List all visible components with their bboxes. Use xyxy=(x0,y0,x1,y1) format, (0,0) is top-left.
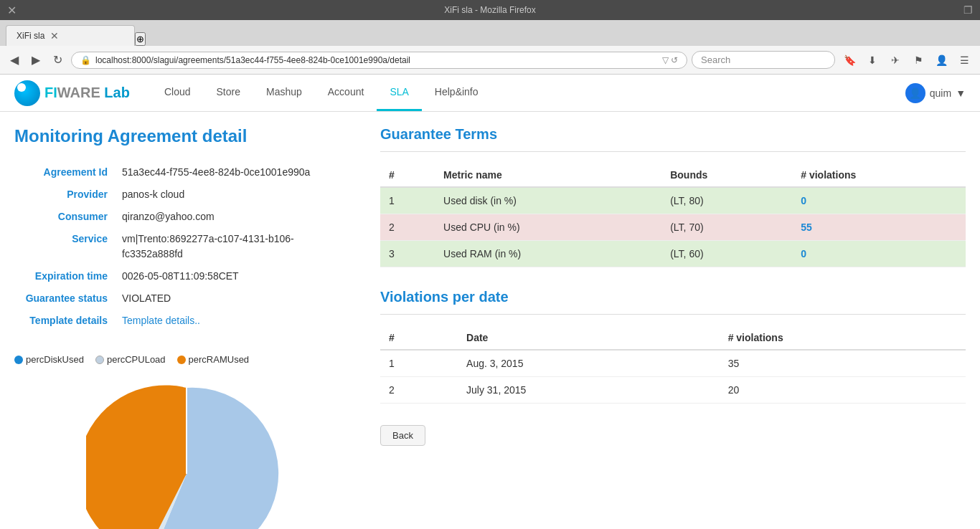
logo-lab: Lab xyxy=(104,85,130,100)
pie-chart xyxy=(86,373,287,529)
chart-legend: percDiskUsed percCPULoad percRAMUsed xyxy=(14,354,359,365)
detail-row-expiration: Expiration time 0026-05-08T11:09:58CET xyxy=(16,266,357,287)
logo-ware: WARE xyxy=(57,85,100,100)
close-icon[interactable]: ✕ xyxy=(7,4,17,17)
cell-num-3: 3 xyxy=(380,241,435,267)
nav-sla[interactable]: SLA xyxy=(377,75,421,111)
value-agreement-id: 51a3ec44-f755-4ee8-824b-0ce1001e990a xyxy=(118,162,357,183)
guarantee-row-2: 2 Used CPU (in %) (LT, 70) 55 xyxy=(380,214,966,241)
window-controls[interactable]: ❐ xyxy=(963,4,973,16)
detail-row-service: Service vm|Trento:8692277a-c107-4131-b10… xyxy=(16,229,357,264)
col-violations: # violations xyxy=(792,163,966,187)
nav-mashup[interactable]: Mashup xyxy=(253,75,315,111)
guarantee-row-1: 1 Used disk (in %) (LT, 80) 0 xyxy=(380,187,966,214)
guarantee-divider xyxy=(380,151,966,152)
nav-store[interactable]: Store xyxy=(204,75,253,111)
violations-header-row: # Date # violations xyxy=(380,326,966,350)
logo-text: FIWARE Lab xyxy=(44,85,130,101)
label-expiration: Expiration time xyxy=(16,266,116,287)
tab-close-icon[interactable]: ✕ xyxy=(50,30,59,42)
menu-icon[interactable]: ☰ xyxy=(954,50,974,70)
detail-table: Agreement Id 51a3ec44-f755-4ee8-824b-0ce… xyxy=(14,161,359,333)
cell-violations-1: 0 xyxy=(792,187,966,214)
back-button[interactable]: Back xyxy=(380,425,425,446)
flag-icon[interactable]: ⚑ xyxy=(908,50,928,70)
violations-divider xyxy=(380,314,966,315)
detail-row-consumer: Consumer qiranzo@yahoo.com xyxy=(16,206,357,227)
nav-helpinfo[interactable]: Help&info xyxy=(422,75,491,111)
legend-dot-cpu xyxy=(95,356,104,364)
tab-label: XiFi sla xyxy=(17,31,44,41)
vcell-count-2: 20 xyxy=(720,377,966,404)
user-icon[interactable]: 👤 xyxy=(931,50,951,70)
violations-table-head: # Date # violations xyxy=(380,326,966,350)
detail-row-provider: Provider panos-k cloud xyxy=(16,184,357,205)
vcol-date: Date xyxy=(458,326,720,350)
value-provider: panos-k cloud xyxy=(118,184,357,205)
cell-metric-2: Used CPU (in %) xyxy=(435,214,661,241)
guarantee-terms-title: Guarantee Terms xyxy=(380,126,966,143)
violations-row-2: 2 July 31, 2015 20 xyxy=(380,377,966,404)
violations-table: # Date # violations 1 Aug. 3, 2015 35 2 … xyxy=(380,326,966,404)
guarantee-header-row: # Metric name Bounds # violations xyxy=(380,163,966,187)
page-title: Monitoring Agreement detail xyxy=(14,126,359,146)
col-bounds: Bounds xyxy=(661,163,792,187)
cell-bounds-1: (LT, 80) xyxy=(661,187,792,214)
cell-metric-3: Used RAM (in %) xyxy=(435,241,661,267)
user-dropdown-icon: ▼ xyxy=(956,87,966,99)
send-icon[interactable]: ✈ xyxy=(885,50,905,70)
value-template: Template details.. xyxy=(118,310,357,331)
new-tab-button[interactable]: ⊕ xyxy=(135,32,146,46)
legend-dot-disk xyxy=(14,356,23,364)
bookmark-icon[interactable]: 🔖 xyxy=(839,50,859,70)
forward-browser-button[interactable]: ▶ xyxy=(27,50,44,70)
guarantee-table-head: # Metric name Bounds # violations xyxy=(380,163,966,187)
col-num: # xyxy=(380,163,435,187)
nav-account[interactable]: Account xyxy=(315,75,377,111)
cell-violations-3: 0 xyxy=(792,241,966,267)
cell-num-2: 2 xyxy=(380,214,435,241)
address-bar[interactable]: 🔒 localhost:8000/slagui/agreements/51a3e… xyxy=(71,52,687,69)
label-consumer: Consumer xyxy=(16,206,116,227)
lock-icon: 🔒 xyxy=(80,55,91,65)
nav-cloud[interactable]: Cloud xyxy=(151,75,204,111)
vcell-date-1: Aug. 3, 2015 xyxy=(458,350,720,377)
back-browser-button[interactable]: ◀ xyxy=(6,50,23,70)
legend-cpu: percCPULoad xyxy=(95,354,166,365)
legend-label-cpu: percCPULoad xyxy=(107,354,166,365)
cell-violations-2: 55 xyxy=(792,214,966,241)
cell-metric-1: Used disk (in %) xyxy=(435,187,661,214)
user-menu[interactable]: 👤 quim ▼ xyxy=(905,83,966,103)
guarantee-row-3: 3 Used RAM (in %) (LT, 60) 0 xyxy=(380,241,966,267)
window-title: XiFi sla - Mozilla Firefox xyxy=(444,5,535,15)
toolbar-icons: 🔖 ⬇ ✈ ⚑ 👤 ☰ xyxy=(839,50,974,70)
vcol-num: # xyxy=(380,326,458,350)
template-details-link[interactable]: Template details.. xyxy=(122,315,200,326)
violations-row-1: 1 Aug. 3, 2015 35 xyxy=(380,350,966,377)
address-bar-icons: ▽ ↺ xyxy=(662,55,678,65)
cell-num-1: 1 xyxy=(380,187,435,214)
detail-row-status: Guarantee status VIOLATED xyxy=(16,288,357,309)
browser-titlebar: ✕ XiFi sla - Mozilla Firefox ❐ xyxy=(0,0,980,20)
browser-tab[interactable]: XiFi sla ✕ xyxy=(6,25,135,46)
legend-label-ram: percRAMUsed xyxy=(189,354,250,365)
cell-bounds-3: (LT, 60) xyxy=(661,241,792,267)
guarantee-table-body: 1 Used disk (in %) (LT, 80) 0 2 Used CPU… xyxy=(380,187,966,267)
reload-button[interactable]: ↻ xyxy=(49,50,67,70)
username: quim xyxy=(930,87,951,99)
violations-table-body: 1 Aug. 3, 2015 35 2 July 31, 2015 20 xyxy=(380,350,966,404)
browser-toolbar: ◀ ▶ ↻ 🔒 localhost:8000/slagui/agreements… xyxy=(0,46,980,75)
vcell-count-1: 35 xyxy=(720,350,966,377)
download-icon[interactable]: ⬇ xyxy=(862,50,882,70)
right-panel: Guarantee Terms # Metric name Bounds # v… xyxy=(380,126,966,529)
value-status: VIOLATED xyxy=(118,288,357,309)
pie-chart-wrapper: percCPULoad xyxy=(14,373,359,529)
vcell-num-1: 1 xyxy=(380,350,458,377)
legend-disk: percDiskUsed xyxy=(14,354,84,365)
logo-fi: FI xyxy=(44,85,57,100)
guarantee-table: # Metric name Bounds # violations 1 Used… xyxy=(380,163,966,267)
left-panel: Monitoring Agreement detail Agreement Id… xyxy=(14,126,359,529)
vcell-date-2: July 31, 2015 xyxy=(458,377,720,404)
search-bar[interactable]: Search xyxy=(692,51,835,69)
detail-row-template: Template details Template details.. xyxy=(16,310,357,331)
